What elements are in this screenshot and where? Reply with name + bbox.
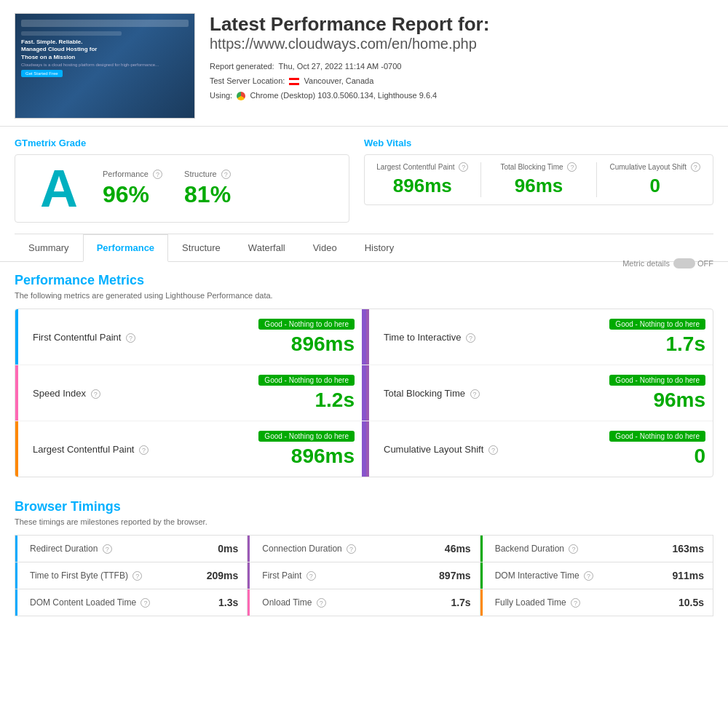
tbt-help-icon[interactable]: ? (470, 389, 480, 399)
si-help-icon[interactable]: ? (91, 389, 100, 399)
metric-details-toggle[interactable]: Metric details OFF (622, 258, 713, 268)
lcp-metric-cell: Largest Contentful Paint ? Good - Nothin… (15, 421, 364, 477)
structure-metric: Structure ? 81% (184, 170, 231, 208)
si-value: 1.2s (238, 389, 355, 412)
tab-performance[interactable]: Performance (83, 234, 168, 262)
fcp-value: 896ms (238, 333, 355, 356)
tab-waterfall[interactable]: Waterfall (234, 234, 299, 261)
dom-content-accent (15, 589, 17, 616)
si-badge: Good - Nothing to do here (258, 375, 355, 386)
lcp-perf-help-icon[interactable]: ? (139, 445, 149, 455)
tab-summary[interactable]: Summary (15, 234, 83, 261)
tbt-help-icon[interactable]: ? (567, 162, 577, 172)
tabs-section: Summary Performance Structure Waterfall … (0, 234, 728, 262)
report-title: Latest Performance Report for: (210, 13, 713, 36)
metric-details-label: Metric details (622, 259, 670, 268)
tti-badge: Good - Nothing to do here (609, 319, 705, 330)
cls-perf-value: 0 (589, 445, 705, 468)
fully-loaded-help-icon[interactable]: ? (571, 598, 580, 608)
header-section: Fast. Simple. Reliable.Managed Cloud Hos… (0, 0, 728, 127)
tab-structure[interactable]: Structure (168, 234, 234, 261)
connection-help-icon[interactable]: ? (347, 544, 356, 554)
grade-box: A Performance ? 96% Structure ? 81% (15, 154, 349, 223)
dom-content-help-icon[interactable]: ? (141, 598, 150, 608)
first-paint-cell: First Paint ? 897ms (248, 562, 480, 589)
backend-help-icon[interactable]: ? (569, 544, 578, 554)
tbt-value: 96ms (488, 175, 590, 197)
tab-video[interactable]: Video (299, 234, 351, 261)
canada-flag-icon (289, 78, 299, 85)
timings-grid: Redirect Duration ? 0ms Connection Durat… (15, 535, 713, 616)
dom-interactive-help-icon[interactable]: ? (584, 571, 593, 581)
chrome-icon (237, 92, 245, 100)
redirect-duration-cell: Redirect Duration ? 0ms (15, 536, 248, 562)
lcp-perf-badge: Good - Nothing to do here (258, 431, 355, 442)
fcp-accent (15, 309, 18, 365)
fcp-badge: Good - Nothing to do here (258, 319, 355, 330)
redirect-accent (15, 536, 17, 562)
ttfb-help-icon[interactable]: ? (132, 571, 142, 581)
tti-value: 1.7s (589, 333, 705, 356)
lcp-perf-result: Good - Nothing to do here 896ms (238, 430, 355, 468)
cls-metric-cell: Cumulative Layout Shift ? Good - Nothing… (364, 421, 713, 477)
si-name: Speed Index ? (25, 388, 238, 399)
performance-value: 96% (103, 181, 162, 208)
redirect-label: Redirect Duration ? (24, 544, 112, 554)
tti-metric-cell: Time to Interactive ? Good - Nothing to … (364, 309, 713, 365)
backend-value: 163ms (672, 543, 704, 554)
performance-metric: Performance ? 96% (103, 170, 162, 208)
ttfb-label: Time to First Byte (TTFB) ? (24, 570, 142, 581)
report-url: https://www.cloudways.com/en/home.php (210, 36, 713, 52)
structure-value: 81% (184, 181, 231, 208)
si-result: Good - Nothing to do here 1.2s (238, 374, 355, 412)
performance-help-icon[interactable]: ? (153, 170, 162, 179)
cls-help-icon[interactable]: ? (691, 162, 700, 172)
ttfb-accent (15, 562, 17, 589)
tbt-value: 96ms (589, 389, 705, 412)
tab-history[interactable]: History (351, 234, 408, 261)
fcp-help-icon[interactable]: ? (126, 333, 135, 343)
lcp-value: 896ms (372, 175, 473, 197)
dom-content-value: 1.3s (218, 597, 238, 608)
report-generated-label: Report generated: (210, 62, 274, 71)
fully-loaded-value: 10.5s (678, 597, 704, 608)
lcp-accent (15, 421, 18, 477)
web-vitals-title: Web Vitals (364, 138, 713, 148)
performance-section-title: Performance Metrics (15, 273, 273, 288)
redirect-help-icon[interactable]: ? (103, 544, 112, 554)
website-screenshot: Fast. Simple. Reliable.Managed Cloud Hos… (15, 13, 195, 119)
gtmetrix-grade-title: GTmetrix Grade (15, 138, 349, 148)
onload-cell: Onload Time ? 1.7s (248, 589, 480, 616)
vitals-box: Largest Contentful Paint ? 896ms Total B… (364, 154, 713, 205)
connection-duration-cell: Connection Duration ? 46ms (248, 536, 480, 562)
lcp-help-icon[interactable]: ? (459, 162, 468, 172)
redirect-value: 0ms (218, 543, 238, 554)
toggle-state: OFF (697, 259, 713, 268)
backend-accent (480, 536, 483, 562)
dom-interactive-accent (480, 562, 483, 589)
cls-perf-name: Cumulative Layout Shift ? (376, 444, 589, 455)
browser-timings-subtitle: These timings are milestones reported by… (15, 517, 713, 526)
using-value: Chrome (Desktop) 103.0.5060.134, Lightho… (250, 91, 437, 100)
structure-label: Structure ? (184, 170, 231, 179)
performance-section-subtitle: The following metrics are generated usin… (15, 291, 273, 300)
backend-duration-cell: Backend Duration ? 163ms (480, 536, 713, 562)
structure-help-icon[interactable]: ? (221, 170, 231, 179)
fully-loaded-cell: Fully Loaded Time ? 10.5s (480, 589, 713, 616)
onload-help-icon[interactable]: ? (317, 598, 326, 608)
cls-perf-badge: Good - Nothing to do here (609, 431, 705, 442)
connection-accent (248, 536, 250, 562)
tti-help-icon[interactable]: ? (466, 333, 475, 343)
metric-details-switch[interactable] (673, 258, 695, 268)
onload-value: 1.7s (451, 597, 470, 608)
connection-label: Connection Duration ? (256, 544, 356, 554)
browser-timings-title: Browser Timings (15, 499, 713, 514)
cls-value: 0 (604, 175, 705, 197)
cls-perf-help-icon[interactable]: ? (488, 445, 498, 455)
metrics-row-2: Speed Index ? Good - Nothing to do here … (15, 365, 713, 421)
tbt-vital: Total Blocking Time ? 96ms (488, 162, 590, 197)
si-metric-cell: Speed Index ? Good - Nothing to do here … (15, 365, 364, 421)
first-paint-help-icon[interactable]: ? (306, 571, 316, 581)
metrics-row-1: First Contentful Paint ? Good - Nothing … (15, 309, 713, 365)
dom-interactive-cell: DOM Interactive Time ? 911ms (480, 562, 713, 589)
